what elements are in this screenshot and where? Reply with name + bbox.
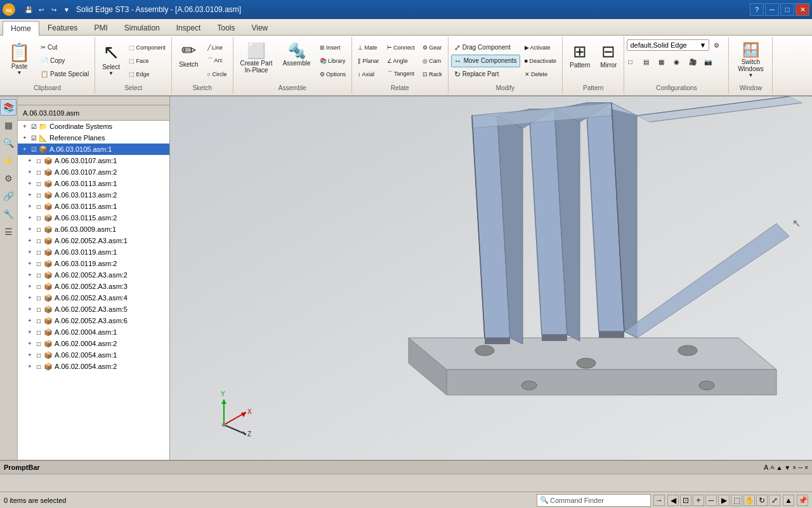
sidebar-icon-options[interactable]: ☰ [0,224,16,240]
tree-scrollbar[interactable] [18,97,169,105]
tree-expand-icon[interactable]: + [25,282,34,291]
tree-node-asm-0113-2[interactable]: +□📦A.06.03.0113.asm:2 [18,189,169,201]
close-btn[interactable]: ✕ [796,3,809,16]
tree-check-icon[interactable]: □ [34,316,43,325]
deactivate-btn[interactable]: ■ Deactivate [521,55,560,67]
tree-check-icon[interactable]: □ [34,339,43,348]
tree-expand-icon[interactable]: + [25,225,34,234]
zoom-fit-btn[interactable]: ⊡ [680,495,691,506]
tree-expand-icon[interactable]: + [25,248,34,257]
maximize-btn[interactable]: □ [780,3,794,16]
prompt-scroll-down[interactable]: ▼ [784,464,790,471]
tree-node-asm-0054-1[interactable]: +□📦A.06.02.0054.asm:1 [18,349,169,361]
insert-from-library-btn[interactable]: 📚 Library [317,55,350,67]
view-next-btn[interactable]: ▶ [718,495,730,506]
tree-expand-icon[interactable]: + [25,190,34,199]
rack-btn[interactable]: ⊡ Rack [419,68,445,81]
config-btn3[interactable]: ▦ [657,55,671,69]
zoom-in-btn[interactable]: + [693,495,704,506]
config-btn6[interactable]: 📷 [703,55,717,69]
sidebar-icon-inspect[interactable]: 🔍 [0,135,16,151]
tree-node-asm-0052a3-2[interactable]: +□📦A.06.02.0052.A3.asm:2 [18,269,169,281]
sketch-button[interactable]: ✏ Sketch [174,39,203,83]
tree-expand-icon[interactable]: + [25,293,34,302]
tree-check-icon[interactable]: □ [34,259,43,268]
pan-btn[interactable]: ✋ [743,495,755,506]
select-button[interactable]: ↖ Select ▼ [98,39,124,83]
tree-check-icon[interactable]: ☑ [29,122,38,131]
tree-node-asm-0113-1[interactable]: +□📦A.06.03.0113.asm:1 [18,178,169,189]
tree-check-icon[interactable]: □ [34,293,43,302]
tree-check-icon[interactable]: ☑ [29,133,38,142]
tree-check-icon[interactable]: ☑ [29,145,38,154]
minimize-btn[interactable]: ─ [765,3,779,16]
prompt-pin[interactable]: × [792,464,796,471]
connect-btn[interactable]: ⊢ Connect [384,41,418,54]
statusbar-arrow-up[interactable]: ▲ [783,495,794,506]
activate-btn[interactable]: ▶ Activate [521,41,560,54]
tree-check-icon[interactable]: □ [34,168,43,177]
angle-btn[interactable]: ∠ Angle [384,55,418,67]
tree-node-asm-0052a3-6[interactable]: +□📦A.06.02.0052.A3.asm:6 [18,315,169,326]
tab-inspect[interactable]: Inspect [168,20,209,35]
switch-windows-button[interactable]: 🪟 Switch Windows ▼ [731,39,769,83]
tree-expand-icon[interactable]: + [25,328,34,337]
tree-node-coord-sys[interactable]: +☑📁Coordinate Systems [18,121,169,132]
tree-expand-icon[interactable]: + [25,168,34,177]
config-btn1[interactable]: □ [627,55,641,69]
cut-button[interactable]: ✂Cut [37,41,92,54]
tree-node-asm-0052a3-1[interactable]: +□📦A.06.02.0052.A3.asm:1 [18,235,169,246]
tab-simulation[interactable]: Simulation [116,20,168,35]
move-components-button[interactable]: ↔ Move Components [451,55,520,67]
tab-home[interactable]: Home [3,21,39,36]
tree-node-asm-0009-1[interactable]: +□📦a.06.03.0009.asm:1 [18,224,169,235]
axial-align-btn[interactable]: ↕ Axial [355,68,383,81]
tree-check-icon[interactable]: □ [34,328,43,337]
tree-check-icon[interactable]: □ [34,282,43,291]
copy-button[interactable]: 📄Copy [37,55,92,67]
tree-node-asm-0119-1[interactable]: +□📦A.06.03.0119.asm:1 [18,246,169,258]
viewport-3d[interactable]: Z Y X ↖ [170,97,812,460]
tree-node-asm-0107-2[interactable]: +□📦A.06.03.0107.asm:2 [18,166,169,178]
command-finder-box[interactable]: 🔍 Command Finder [537,494,651,507]
tab-view[interactable]: View [243,20,276,35]
view-prev-btn[interactable]: ◀ [667,495,679,506]
quick-access-dropdown[interactable]: ▼ [61,4,72,15]
tree-node-asm-0004-1[interactable]: +□📦A.06.02.0004.asm:1 [18,326,169,338]
tree-node-asm-0105-1[interactable]: +☑📦A.06.03.0105.asm:1 [18,144,169,155]
tree-expand-icon[interactable]: + [25,316,34,325]
select-face-btn[interactable]: ⬚ Face [126,55,169,67]
tree-expand-icon[interactable]: + [25,271,34,279]
tree-expand-icon[interactable]: + [25,236,34,245]
tree-check-icon[interactable]: □ [34,202,43,211]
tree-node-asm-0004-2[interactable]: +□📦A.06.02.0004.asm:2 [18,338,169,349]
gear-btn[interactable]: ⚙ Gear [419,41,445,54]
fullscreen-btn[interactable]: ⤢ [769,495,780,506]
tangent-btn[interactable]: ⌒ Tangent [384,68,418,81]
statusbar-pin[interactable]: 📌 [797,495,808,506]
tree-check-icon[interactable]: □ [34,271,43,279]
tree-expand-icon[interactable]: + [25,202,34,211]
tree-check-icon[interactable]: □ [34,248,43,257]
delete-comp-btn[interactable]: ✕ Delete [521,68,560,81]
insert-component-btn[interactable]: ⊞ Insert [317,41,350,54]
tree-node-asm-0115-1[interactable]: +□📦A.06.03.0115.asm:1 [18,201,169,212]
assemble-button[interactable]: 🔩 Assemble [278,39,315,83]
prompt-font-a-small[interactable]: A [770,464,774,471]
save-quick-btn[interactable]: 💾 [23,4,34,15]
sidebar-icon-tools[interactable]: 🔧 [0,206,16,222]
select-component-btn[interactable]: ⬚ Component [126,41,169,54]
tree-check-icon[interactable]: □ [34,179,43,188]
tree-expand-icon[interactable]: + [25,339,34,348]
sidebar-icon-settings[interactable]: ⚙ [0,170,16,187]
sketch-line-btn[interactable]: ╱ Line [204,41,230,54]
tree-node-asm-0052a3-5[interactable]: +□📦A.06.02.0052.A3.asm:5 [18,304,169,315]
tree-check-icon[interactable]: □ [34,351,43,359]
tree-node-asm-0052a3-4[interactable]: +□📦A.06.02.0052.A3.asm:4 [18,292,169,304]
zoom-out-btn[interactable]: ─ [705,495,717,506]
config-btn2[interactable]: ▤ [642,55,656,69]
tree-node-asm-0107-1[interactable]: +□📦A.06.03.0107.asm:1 [18,155,169,166]
prompt-close[interactable]: × [804,464,808,471]
tree-check-icon[interactable]: □ [34,190,43,199]
tree-node-asm-0115-2[interactable]: +□📦A.06.03.0115.asm:2 [18,212,169,224]
